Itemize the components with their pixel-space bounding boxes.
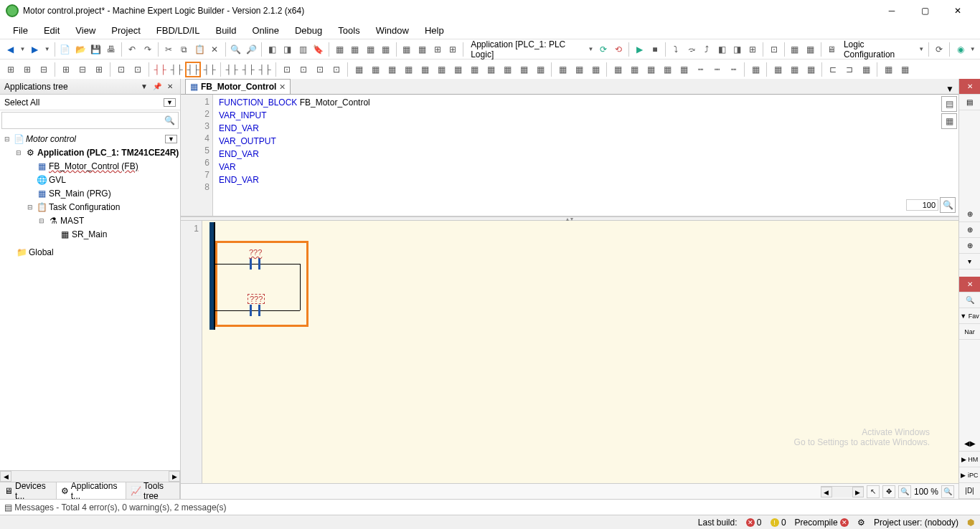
login-button[interactable]: ⟳ [595, 42, 610, 57]
bookmark-next-button[interactable]: ◨ [281, 42, 295, 57]
tb-btn[interactable]: ⊞ [430, 42, 444, 57]
panel-close-icon[interactable]: ✕ [959, 277, 980, 292]
pane-menu-icon[interactable]: ▼ [138, 81, 150, 92]
tb-btn[interactable]: ⊞ [446, 42, 460, 57]
ld-btn[interactable]: ▦ [351, 62, 367, 77]
zoom-icon[interactable]: 🔍 [940, 197, 956, 213]
ld-btn[interactable]: ▦ [676, 62, 692, 77]
tb-btn[interactable]: ▦ [803, 42, 817, 57]
nav-fwd-button[interactable]: ▶ [27, 42, 42, 57]
select-all-row[interactable]: Select All ▼ [0, 95, 180, 110]
menu-debug[interactable]: Debug [288, 23, 329, 38]
messages-bar[interactable]: ▤ Messages - Total 4 error(s), 0 warning… [0, 499, 980, 515]
ld-btn[interactable]: ⊐ [842, 62, 857, 77]
ld-btn[interactable]: ▦ [897, 62, 913, 77]
tab-close-icon[interactable]: ✕ [279, 82, 286, 92]
tb-btn[interactable]: ▦ [415, 42, 429, 57]
contact-1-var[interactable]: ??? [249, 248, 262, 257]
ld-btn[interactable]: ▦ [466, 62, 482, 77]
move-icon[interactable]: ✥ [882, 485, 895, 498]
ld-parallel-contact-button[interactable]: ┤├ [185, 62, 201, 77]
ld-btn[interactable]: ▦ [499, 62, 515, 77]
ld-btn[interactable]: ┉ [725, 62, 741, 77]
tb-btn[interactable]: ◧ [715, 42, 729, 57]
tabs-dropdown-icon[interactable]: ▼ [941, 84, 958, 94]
replace-button[interactable]: 🔎 [244, 42, 258, 57]
tb-btn[interactable]: ⊡ [766, 42, 781, 57]
step-over-button[interactable]: ⤼ [684, 42, 698, 57]
ladder-editor[interactable]: 1 ??? ??? Activate Windows Go to Setting… [181, 221, 958, 483]
search-input[interactable] [5, 115, 164, 125]
step-into-button[interactable]: ⤵ [669, 42, 683, 57]
bookmark-prev-button[interactable]: ▥ [296, 42, 310, 57]
shield-icon[interactable]: ⬢ [967, 518, 974, 528]
ld-btn[interactable]: ⊡ [130, 62, 146, 77]
ld-btn[interactable]: ▦ [610, 62, 626, 77]
ld-btn[interactable]: ▦ [880, 62, 896, 77]
ld-btn[interactable]: ⊏ [825, 62, 841, 77]
minimize-button[interactable]: ─ [875, 0, 908, 22]
ipc-label[interactable]: ▶ iPC [959, 467, 980, 483]
panel-btn[interactable]: ▤ [959, 95, 980, 110]
ld-btn[interactable]: ▦ [659, 62, 675, 77]
panel-btn[interactable]: ⊕ [959, 206, 980, 222]
ld-btn[interactable]: ┤├ [257, 62, 273, 77]
maximize-button[interactable]: ▢ [908, 0, 941, 22]
ld-btn[interactable]: ⊞ [3, 62, 19, 77]
tree-sr[interactable]: ▦SR_Main (PRG) [0, 186, 180, 200]
menu-online[interactable]: Online [245, 23, 286, 38]
pane-close-icon[interactable]: ✕ [164, 81, 176, 92]
contact-2-var[interactable]: ??? [248, 294, 265, 304]
stop-button[interactable]: ■ [648, 42, 662, 57]
tree-task[interactable]: ⊟📋Task Configuration [0, 200, 180, 214]
ld-btn[interactable]: ▦ [626, 62, 642, 77]
app-selector-label[interactable]: Application [PLC_1: PLC Logic] [466, 39, 585, 59]
step-out-button[interactable]: ⤴ [699, 42, 714, 57]
ld-btn[interactable]: ▦ [803, 62, 819, 77]
tb-btn[interactable]: ⊞ [745, 42, 760, 57]
tb-btn[interactable]: ▦ [378, 42, 392, 57]
tree-root[interactable]: ⊟📄Motor control▼ [0, 132, 180, 146]
copy-button[interactable]: ⧉ [176, 42, 191, 57]
ld-btn[interactable]: ▦ [555, 62, 570, 77]
ld-btn[interactable]: ▦ [858, 62, 874, 77]
menu-project[interactable]: Project [104, 23, 147, 38]
status-icon[interactable]: ⚙ [857, 518, 865, 528]
ld-btn[interactable]: ⊡ [279, 62, 295, 77]
tab-devices[interactable]: 🖥Devices t... [0, 482, 57, 499]
zoom-fit-icon[interactable]: 🔍 [898, 485, 911, 498]
hm-label[interactable]: ▶ HM [959, 452, 980, 467]
tree-global[interactable]: 📁Global [0, 245, 180, 259]
view-table-icon[interactable]: ▦ [941, 113, 957, 129]
ld-btn[interactable]: ⊞ [19, 62, 35, 77]
view-text-icon[interactable]: ▤ [941, 96, 957, 112]
search-icon[interactable]: 🔍 [164, 115, 175, 125]
zoom-input[interactable] [906, 199, 938, 211]
ld-contact-button[interactable]: ┤├ [152, 62, 168, 77]
nav-back-button[interactable]: ◀ [3, 42, 17, 57]
menu-view[interactable]: View [68, 23, 103, 38]
ld-btn[interactable]: ▦ [400, 62, 416, 77]
saveall-button[interactable]: 🖶 [104, 42, 118, 57]
find-button[interactable]: 🔍 [229, 42, 243, 57]
ld-btn[interactable]: ▦ [643, 62, 659, 77]
tb-btn[interactable]: ▦ [363, 42, 377, 57]
tb-btn[interactable]: ▦ [332, 42, 347, 57]
ld-btn[interactable]: ┉ [709, 62, 725, 77]
refresh-button[interactable]: ⟳ [932, 42, 946, 57]
editor-tab-fb[interactable]: ▦ FB_Motor_Control ✕ [185, 79, 291, 94]
ld-btn[interactable]: ⊞ [91, 62, 107, 77]
delete-button[interactable]: ✕ [207, 42, 222, 57]
close-button[interactable]: ✕ [941, 0, 974, 22]
tb-btn[interactable]: ◨ [730, 42, 745, 57]
ld-btn[interactable]: ▦ [516, 62, 532, 77]
ld-btn[interactable]: ┤├ [202, 62, 217, 77]
ld-btn[interactable]: ⊟ [75, 62, 90, 77]
ld-btn[interactable]: ▦ [450, 62, 466, 77]
tree-fb[interactable]: ▦FB_Motor_Control (FB) [0, 159, 180, 173]
new-button[interactable]: 📄 [58, 42, 72, 57]
code-text[interactable]: FUNCTION_BLOCK FB_Motor_Control VAR_INPU… [213, 95, 958, 216]
pane-pin-icon[interactable]: 📌 [151, 81, 163, 92]
menu-build[interactable]: Build [208, 23, 243, 38]
zoom-menu-icon[interactable]: 🔍 [941, 485, 954, 498]
